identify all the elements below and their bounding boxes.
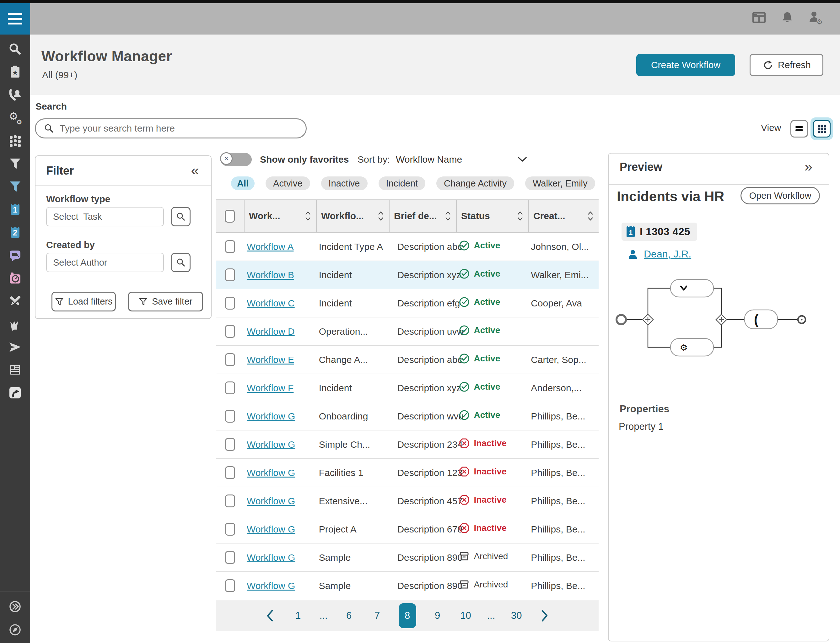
table-row[interactable]: Workflow CIncidentDescription efgActiveC… — [216, 289, 599, 317]
pagination-page-10[interactable]: 10 — [459, 603, 473, 628]
table-row[interactable]: Workflow GProject ADescription 678Inacti… — [216, 515, 599, 543]
row-checkbox[interactable] — [225, 240, 235, 253]
table-row[interactable]: Workflow BIncidentDescription xyzActiveW… — [216, 261, 599, 289]
filter-chip-walker-emily[interactable]: Walker, Emily — [525, 176, 595, 190]
filter-chip-change-activity[interactable]: Change Activity — [436, 176, 514, 190]
workflow-name-link[interactable]: Workflow A — [247, 242, 294, 252]
search-input[interactable] — [59, 123, 298, 134]
pagination-page-9[interactable]: 9 — [431, 603, 444, 628]
row-checkbox[interactable] — [225, 353, 235, 366]
refresh-button[interactable]: Refresh — [750, 54, 824, 76]
workflow-type-search-button[interactable] — [171, 207, 191, 226]
diagram-merge-gateway[interactable] — [716, 314, 727, 325]
workflow-name-link[interactable]: Workflow G — [247, 439, 295, 450]
filter-chip-inactive[interactable]: Inactive — [321, 176, 368, 190]
sidebar-item-search[interactable] — [8, 41, 23, 57]
workflow-name-link[interactable]: Workflow G — [247, 496, 295, 506]
sort-dropdown-button[interactable] — [517, 157, 527, 163]
sidebar-item-settings[interactable]: ⚙⚙ — [8, 110, 23, 125]
sidebar-item-ticket-1[interactable]: 1 — [8, 202, 23, 217]
diagram-chevron-task-node[interactable] — [670, 279, 713, 297]
table-row[interactable]: Workflow GFacilities 1Description 123Ina… — [216, 459, 599, 487]
pagination-page-8[interactable]: 8 — [399, 603, 416, 628]
pagination-page-6[interactable]: 6 — [342, 603, 356, 628]
sidebar-item-camera[interactable] — [8, 271, 23, 286]
row-checkbox[interactable] — [225, 297, 235, 310]
panel-layout-icon[interactable] — [752, 10, 767, 25]
pagination-page-7[interactable]: 7 — [370, 603, 384, 628]
sidebar-item-news[interactable] — [8, 362, 23, 377]
table-row[interactable]: Workflow GSampleDescription 890ArchivedP… — [216, 572, 599, 600]
workflow-name-link[interactable]: Workflow G — [247, 581, 295, 591]
collapse-preview-icon[interactable]: » — [804, 159, 812, 174]
diagram-end-node[interactable] — [798, 316, 806, 323]
user-settings-icon[interactable]: ⚙ — [808, 10, 823, 25]
sidebar-item-ticket-2[interactable]: 2 — [8, 225, 23, 240]
table-row[interactable]: Workflow AIncident Type ADescription abc… — [216, 233, 599, 261]
workflow-name-link[interactable]: Workflow G — [247, 467, 295, 478]
grid-view-button[interactable] — [811, 118, 833, 140]
table-row[interactable]: Workflow FIncidentDescription xyzActiveA… — [216, 374, 599, 402]
table-row[interactable]: Workflow GSampleDescription 890ArchivedP… — [216, 543, 599, 572]
created-by-input[interactable] — [46, 253, 164, 272]
diagram-crescent-task-node[interactable]: ( — [745, 310, 778, 329]
open-workflow-button[interactable]: Open Workflow — [741, 187, 820, 204]
filter-chip-all[interactable]: All — [231, 176, 254, 190]
save-filter-button[interactable]: Save filter — [128, 292, 203, 312]
row-checkbox[interactable] — [225, 438, 235, 451]
diagram-split-gateway[interactable] — [643, 314, 653, 325]
row-checkbox[interactable] — [225, 382, 235, 394]
table-row[interactable]: Workflow GExtensive...Description 457Ina… — [216, 487, 599, 515]
filter-chip-actvive[interactable]: Actvive — [266, 176, 310, 190]
table-row[interactable]: Workflow GOnboardingDescription wvuActiv… — [216, 402, 599, 431]
workflow-name-link[interactable]: Workflow B — [247, 270, 294, 280]
workflow-name-link[interactable]: Workflow G — [247, 524, 295, 534]
load-filters-button[interactable]: Load filters — [52, 292, 116, 312]
sidebar-item-shortcut[interactable] — [8, 385, 23, 400]
hamburger-menu-button[interactable] — [0, 3, 30, 34]
sidebar-item-support[interactable] — [8, 87, 23, 102]
pagination-prev-button[interactable] — [263, 603, 277, 628]
row-checkbox[interactable] — [225, 579, 235, 592]
row-checkbox[interactable] — [225, 325, 235, 338]
sidebar-item-filter-active[interactable] — [8, 179, 23, 194]
create-workflow-button[interactable]: Create Workflow — [636, 54, 735, 76]
sidebar-item-tasks[interactable]: ★ — [8, 64, 23, 80]
collapse-filter-icon[interactable]: « — [191, 163, 199, 177]
workflow-type-input[interactable] — [46, 207, 164, 226]
select-all-checkbox[interactable] — [225, 210, 235, 223]
filter-chip-incident[interactable]: Incident — [378, 176, 426, 190]
row-checkbox[interactable] — [225, 466, 235, 479]
assignee-link[interactable]: Dean, J.R. — [644, 248, 691, 260]
workflow-name-link[interactable]: Workflow E — [247, 354, 294, 365]
list-view-button[interactable] — [790, 120, 808, 137]
sidebar-item-chat[interactable] — [8, 248, 23, 263]
workflow-name-link[interactable]: Workflow D — [247, 326, 295, 336]
workflow-name-link[interactable]: Workflow C — [247, 298, 295, 308]
row-checkbox[interactable] — [225, 551, 235, 564]
workflow-name-link[interactable]: Workflow G — [247, 552, 295, 563]
column-header-workflow-type[interactable]: Workflo... — [316, 200, 389, 232]
sidebar-item-send-all[interactable] — [8, 317, 23, 331]
pagination-page-30[interactable]: 30 — [509, 603, 523, 628]
sidebar-item-filter[interactable] — [8, 156, 23, 171]
row-checkbox[interactable] — [225, 410, 235, 423]
created-by-search-button[interactable] — [171, 253, 191, 272]
column-header-brief-description[interactable]: Brief de... — [389, 200, 456, 232]
sidebar-item-apps[interactable] — [8, 133, 23, 148]
pagination-page-1[interactable]: 1 — [291, 603, 305, 628]
row-checkbox[interactable] — [225, 268, 235, 281]
sidebar-explore-button[interactable] — [8, 622, 23, 637]
workflow-name-link[interactable]: Workflow F — [247, 383, 294, 393]
sidebar-item-design[interactable] — [8, 294, 23, 308]
workflow-name-link[interactable]: Workflow G — [247, 411, 295, 421]
table-row[interactable]: Workflow EChange A...Description abcActi… — [216, 346, 599, 374]
column-header-created-by[interactable]: Creat... — [528, 200, 599, 232]
diagram-gear-task-node[interactable]: ⚙ — [670, 338, 713, 356]
pagination-next-button[interactable] — [538, 603, 551, 628]
diagram-start-node[interactable] — [617, 315, 626, 324]
table-row[interactable]: Workflow DOperation...Description uvwAct… — [216, 317, 599, 346]
favorites-toggle[interactable]: × — [221, 153, 252, 166]
sidebar-item-send[interactable] — [8, 339, 23, 354]
sort-by-value[interactable]: Workflow Name — [396, 154, 462, 165]
